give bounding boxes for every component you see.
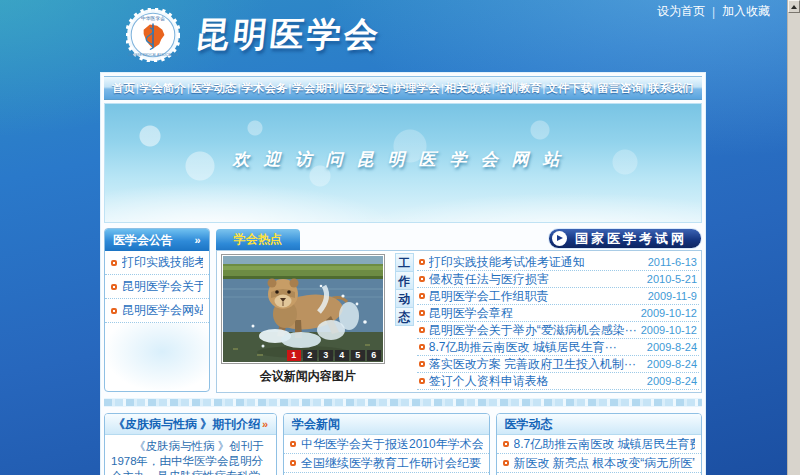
nav-item-training[interactable]: 培训教育	[495, 81, 541, 96]
medical-news-title: 医学动态	[505, 416, 553, 433]
main-row: 医学会公告 » 打印实践技能考试准考证通知 昆明医学会关于举办“爱滋病机会感··…	[104, 228, 702, 392]
photo-caption: 会议新闻内容图片	[221, 368, 395, 385]
news-date: 2009-8-24	[647, 358, 697, 370]
browser-scrollbar[interactable]	[787, 0, 800, 475]
orange-bullet-icon	[290, 441, 296, 447]
welcome-banner: 欢迎访问昆明医学会网站	[104, 103, 702, 223]
lion-photo-graphic	[223, 256, 383, 362]
set-home-link[interactable]: 设为首页	[657, 3, 705, 20]
nav-separator: |	[339, 83, 342, 94]
nav-item-nursing[interactable]: 护理学会	[394, 81, 440, 96]
nav-item-downloads[interactable]: 文件下载	[546, 81, 592, 96]
nav-separator: |	[238, 83, 241, 94]
page-button-6[interactable]: 6	[367, 350, 381, 361]
news-item[interactable]: 8.7亿助推云南医改 城镇居民生育··· 2009-8-24	[417, 339, 699, 356]
nav-item-home[interactable]: 首页	[112, 81, 135, 96]
nav-item-appraisal[interactable]: 医疗鉴定	[343, 81, 389, 96]
news-title: 侵权责任法与医疗损害	[429, 271, 643, 288]
topbar-separator: |	[712, 5, 715, 19]
orange-bullet-icon	[503, 460, 509, 466]
orange-bullet-icon	[419, 344, 425, 350]
add-favorite-link[interactable]: 加入收藏	[722, 3, 770, 20]
news-item[interactable]: 签订个人资料申请表格 2009-8-24	[417, 373, 699, 390]
hotspot-panel-body: 1 2 3 4 5 6 会议新闻内容图片 工 作	[216, 250, 702, 393]
page-button-1[interactable]: 1	[287, 350, 301, 361]
society-news-item[interactable]: 全国继续医学教育工作研讨会纪要	[284, 454, 489, 473]
nav-item-academic-affairs[interactable]: 学术会务	[241, 81, 287, 96]
medical-news-item[interactable]: 新医改 新亮点 根本改变“病无所医”	[497, 454, 702, 473]
nav-separator: |	[644, 83, 647, 94]
medical-news-panel: 医学动态 8.7亿助推云南医改 城镇居民生育费纳入医保 新医改 新亮点 根本改变…	[496, 413, 703, 475]
page-button-4[interactable]: 4	[335, 350, 349, 361]
news-date: 2009-8-24	[647, 341, 697, 353]
news-item[interactable]: 落实医改方案 完善政府卫生投入机制··· 2009-8-24	[417, 356, 699, 373]
news-date: 2009-11-9	[648, 290, 697, 302]
news-item[interactable]: 昆明医学会工作组职责 2009-11-9	[417, 288, 699, 305]
nav-item-messages[interactable]: 留言咨询	[597, 81, 643, 96]
main-nav: 首页 | 学会简介 | 医学动态 | 学术会务 | 学会期刊 | 医疗鉴定 | …	[104, 76, 702, 100]
news-title: 8.7亿助推云南医改 城镇居民生育···	[429, 339, 643, 356]
news-item[interactable]: 侵权责任法与医疗损害 2010-5-21	[417, 271, 699, 288]
orange-bullet-icon	[419, 361, 425, 367]
nav-separator: |	[542, 83, 545, 94]
nav-separator: |	[390, 83, 393, 94]
news-title: 签订个人资料申请表格	[429, 373, 643, 390]
vertical-label-char: 作	[395, 271, 414, 290]
news-date: 2009-10-12	[641, 307, 697, 319]
society-news-title: 学会新闻	[292, 416, 340, 433]
announcement-item[interactable]: 昆明医学会关于举办“爱滋病机会感···	[105, 275, 209, 299]
site-header: 中华医学会 CHINESE MEDICAL ASSOCIATION 昆明医学会	[126, 8, 381, 62]
nav-separator: |	[492, 83, 495, 94]
news-title: 昆明医学会工作组职责	[429, 288, 644, 305]
announcements-title: 医学会公告	[113, 232, 173, 249]
medical-news-item[interactable]: 8.7亿助推云南医改 城镇居民生育费纳入医保	[497, 435, 702, 454]
news-item[interactable]: 昆明医学会章程 2009-10-12	[417, 305, 699, 322]
page-background: 设为首页 | 加入收藏 中华医学会 CHINESE MEDICAL ASSOCI…	[0, 0, 800, 475]
news-photo[interactable]: 1 2 3 4 5 6	[221, 254, 385, 364]
orange-bullet-icon	[290, 460, 296, 466]
svg-text:CHINESE MEDICAL ASSOCIATION: CHINESE MEDICAL ASSOCIATION	[128, 53, 178, 57]
work-news-vertical-label: 工 作 动 态	[395, 254, 414, 390]
welcome-text: 欢迎访问昆明医学会网站	[105, 148, 701, 171]
orange-bullet-icon	[111, 284, 117, 290]
nav-separator: |	[187, 83, 190, 94]
more-icon[interactable]: »	[195, 234, 201, 246]
hotspot-panel: 学会热点 国家医学考试网	[216, 228, 702, 392]
scroll-up-button[interactable]	[788, 0, 800, 13]
nav-item-about[interactable]: 学会简介	[140, 81, 186, 96]
news-item[interactable]: 昆明医学会关于举办“爱滋病机会感染··· 2009-10-12	[417, 322, 699, 339]
more-icon[interactable]: »	[262, 418, 268, 430]
news-title: 中华医学会关于报送2010年学术会议计划···	[301, 436, 483, 453]
news-title: 打印实践技能考试准考证通知	[429, 254, 644, 271]
national-exam-site-button[interactable]: 国家医学考试网	[548, 228, 702, 249]
page-button-2[interactable]: 2	[303, 350, 317, 361]
announcement-item[interactable]: 昆明医学会网站开通	[105, 299, 209, 323]
nav-item-contact[interactable]: 联系我们	[648, 81, 694, 96]
play-icon	[552, 231, 567, 246]
decorative-divider	[104, 398, 702, 407]
announcement-title: 昆明医学会网站开通	[122, 302, 203, 319]
news-title: 新医改 新亮点 根本改变“病无所医”	[514, 455, 696, 472]
announcement-item[interactable]: 打印实践技能考试准考证通知	[105, 251, 209, 275]
tab-society-hotspot[interactable]: 学会热点	[216, 229, 300, 250]
vertical-label-char: 工	[395, 253, 414, 272]
journal-title: 《皮肤病与性病 》期刊介绍	[113, 416, 260, 433]
page-button-5[interactable]: 5	[351, 350, 365, 361]
society-news-item[interactable]: 中华医学会关于报送2010年学术会议计划···	[284, 435, 489, 454]
orange-bullet-icon	[419, 310, 425, 316]
news-title: 昆明医学会章程	[429, 305, 637, 322]
up-arrow-icon	[791, 5, 797, 9]
vertical-label-char: 态	[395, 307, 414, 326]
photo-column: 1 2 3 4 5 6 会议新闻内容图片	[221, 254, 395, 390]
nav-item-medical-trends[interactable]: 医学动态	[191, 81, 237, 96]
news-item[interactable]: 打印实践技能考试准考证通知 2011-6-13	[417, 254, 699, 271]
news-date: 2009-8-24	[647, 375, 697, 387]
page-button-3[interactable]: 3	[319, 350, 333, 361]
orange-bullet-icon	[419, 378, 425, 384]
orange-bullet-icon	[419, 259, 425, 265]
nav-item-policies[interactable]: 相关政策	[445, 81, 491, 96]
announcements-empty-area	[105, 323, 209, 391]
nav-item-journal[interactable]: 学会期刊	[292, 81, 338, 96]
nav-separator: |	[288, 83, 291, 94]
bottom-row: 《皮肤病与性病 》期刊介绍 » 《皮肤病与性病 》创刊于1978年，由中华医学会…	[104, 413, 702, 475]
